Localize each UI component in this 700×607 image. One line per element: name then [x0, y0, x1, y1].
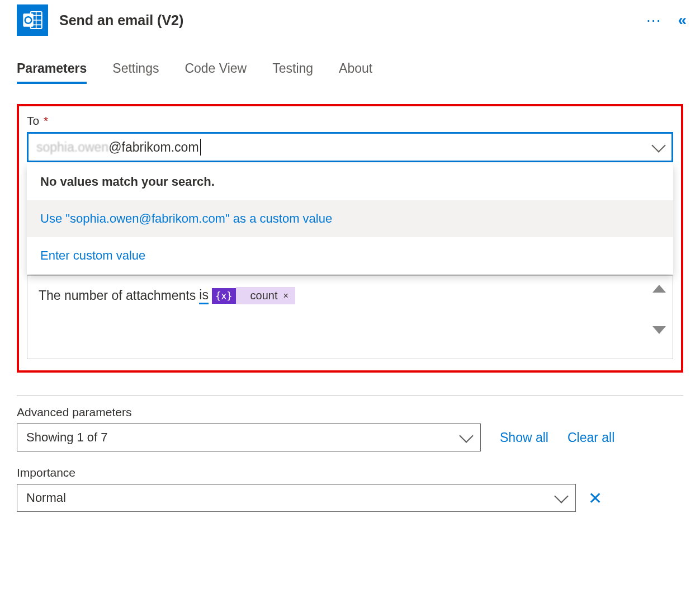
body-text-prefix: The number of attachments [39, 288, 196, 303]
more-menu-button[interactable]: ··· [646, 12, 661, 28]
importance-value: Normal [26, 491, 66, 505]
collapse-button[interactable]: « [678, 11, 683, 29]
expression-token[interactable]: {x} count × [212, 287, 295, 304]
divider [17, 395, 683, 396]
to-label-text: To [27, 114, 39, 127]
token-label: count [250, 289, 278, 302]
advanced-heading: Advanced parameters [17, 406, 683, 419]
tab-settings[interactable]: Settings [112, 61, 159, 84]
to-label: To * [27, 114, 673, 128]
dropdown-no-match: No values match your search. [27, 163, 673, 200]
tab-testing[interactable]: Testing [272, 61, 313, 84]
to-dropdown: No values match your search. Use "sophia… [27, 163, 673, 274]
parameters-highlight: To * sophia.owen@fabrikom.com No values … [17, 104, 683, 373]
remove-parameter-button[interactable]: ✕ [588, 488, 602, 508]
body-text-underlined: is [199, 288, 209, 304]
tab-code-view[interactable]: Code View [185, 61, 247, 84]
dropdown-use-custom[interactable]: Use "sophia.owen@fabrikom.com" as a cust… [27, 200, 673, 237]
body-content: The number of attachments is {x} count × [39, 287, 661, 304]
advanced-select[interactable]: Showing 1 of 7 [17, 424, 481, 451]
panel-header: Send an email (V2) ··· « [17, 4, 683, 36]
importance-select[interactable]: Normal [17, 484, 576, 512]
to-value-suffix: @fabrikom.com [108, 140, 198, 155]
body-editor[interactable]: The number of attachments is {x} count × [27, 275, 673, 359]
to-value-redacted: sophia.owen [36, 140, 108, 155]
to-input-value: sophia.owen@fabrikom.com [36, 139, 654, 156]
text-caret [200, 139, 201, 156]
triangle-up-icon[interactable] [652, 285, 666, 293]
show-all-link[interactable]: Show all [500, 430, 548, 445]
chevron-down-icon [554, 489, 568, 503]
chevron-down-icon[interactable] [651, 138, 665, 152]
tab-bar: Parameters Settings Code View Testing Ab… [17, 61, 683, 84]
tab-parameters[interactable]: Parameters [17, 61, 87, 84]
required-asterisk: * [40, 114, 48, 127]
tab-about[interactable]: About [339, 61, 372, 84]
outlook-icon [17, 4, 48, 36]
to-input[interactable]: sophia.owen@fabrikom.com [27, 132, 673, 162]
body-scroll-buttons [652, 285, 666, 334]
token-remove-icon[interactable]: × [283, 291, 288, 301]
clear-all-link[interactable]: Clear all [567, 430, 614, 445]
dropdown-enter-custom[interactable]: Enter custom value [27, 237, 673, 274]
panel-title: Send an email (V2) [59, 12, 635, 29]
advanced-select-value: Showing 1 of 7 [26, 430, 108, 445]
triangle-down-icon[interactable] [652, 326, 666, 334]
fx-icon: {x} [212, 288, 236, 304]
importance-label: Importance [17, 466, 683, 479]
chevron-down-icon [459, 429, 473, 443]
